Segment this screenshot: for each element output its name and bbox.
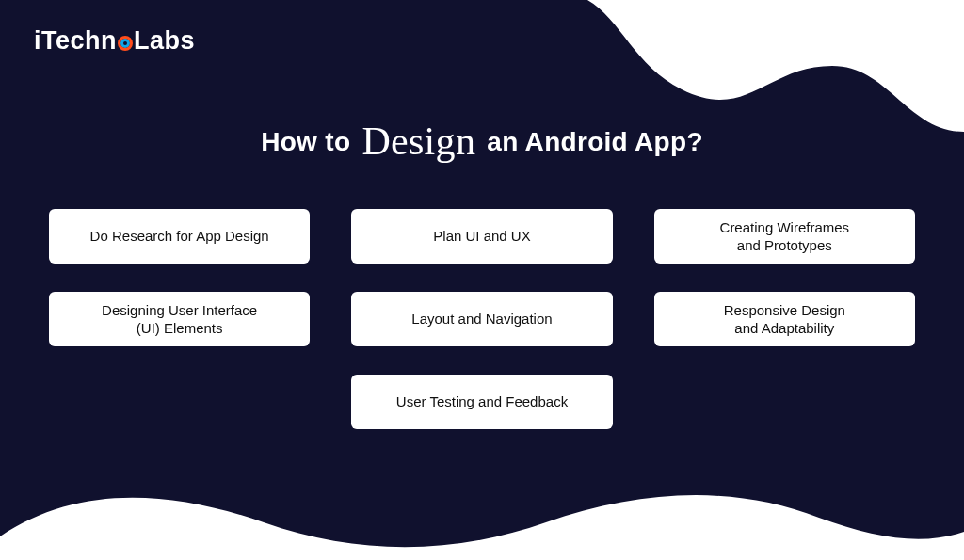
step-card: Creating Wireframesand Prototypes — [654, 209, 915, 264]
brand-o-icon — [118, 36, 133, 51]
title-after: an Android App? — [487, 127, 703, 156]
page-title: How to Design an Android App? — [0, 115, 964, 160]
step-label: Creating Wireframesand Prototypes — [720, 218, 850, 255]
brand-logo: iTechn Labs — [34, 26, 195, 56]
step-card: Responsive Designand Adaptability — [654, 292, 915, 346]
step-label: User Testing and Feedback — [396, 392, 568, 411]
step-label: Layout and Navigation — [411, 310, 552, 328]
step-card: Do Research for App Design — [49, 209, 310, 264]
step-card: Designing User Interface(UI) Elements — [49, 292, 310, 346]
step-card: Layout and Navigation — [351, 292, 612, 346]
step-card: Plan UI and UX — [351, 209, 612, 264]
step-label: Plan UI and UX — [433, 227, 530, 246]
brand-prefix: iTechn — [34, 26, 117, 56]
wave-bottom-decoration — [0, 480, 964, 560]
step-label: Responsive Designand Adaptability — [724, 301, 845, 338]
steps-grid: Do Research for App Design Plan UI and U… — [49, 209, 915, 429]
wave-top-decoration — [587, 0, 964, 132]
brand-suffix: Labs — [134, 26, 195, 56]
step-label: Designing User Interface(UI) Elements — [102, 301, 257, 338]
title-before: How to — [261, 127, 350, 156]
step-label: Do Research for App Design — [90, 227, 269, 246]
title-emphasis: Design — [362, 120, 475, 163]
step-card: User Testing and Feedback — [351, 375, 612, 429]
